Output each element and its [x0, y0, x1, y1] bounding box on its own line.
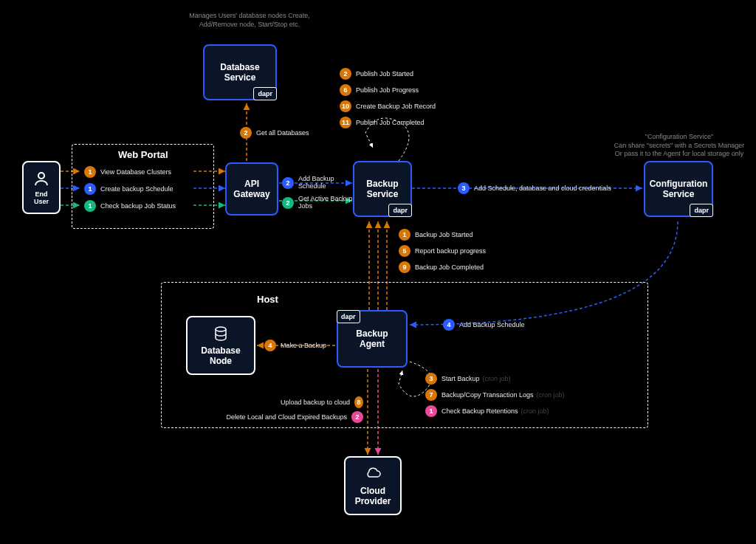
api-gateway-node: API Gateway [225, 162, 278, 216]
cloud-provider-node: Cloud Provider [344, 456, 402, 515]
portal-create-action: 1Create backup Schedule [84, 183, 173, 195]
agent-internal-steps: 3Start Backup(cron job) 7Backup/Copy Tra… [425, 373, 565, 417]
database-node: Database Node [186, 316, 255, 375]
user-icon [32, 170, 50, 187]
add-schedule-label: 2Add Backup Schedule [282, 176, 334, 190]
database-service-node: Database Service dapr [203, 44, 277, 100]
config-service-node: Configuration Service dapr [644, 161, 713, 217]
end-user-node: End User [22, 161, 61, 214]
backup-service-node: Backup Service dapr [353, 161, 412, 217]
make-backup-label: 4Make a Backup [264, 340, 326, 351]
host-label: Host [257, 294, 278, 305]
backup-service-internal-steps: 2Publish Job Started 6Publish Job Progre… [340, 68, 436, 128]
delete-expired-label: Delete Local and Cloud Expired Backups2 [223, 411, 363, 423]
backup-agent-node: Backup Agent dapr [337, 310, 408, 368]
db-service-annotation: Manages Users' database nodes Create, Ad… [183, 12, 316, 29]
svc-to-config-label: 3Add Schedule, database and cloud creden… [458, 182, 611, 194]
get-dbs-label: 2Get all Databases [240, 127, 309, 139]
upload-cloud-label: Upload backup to cloud8 [281, 396, 363, 408]
portal-check-action: 1Check backup Job Status [84, 200, 176, 212]
get-jobs-label: 2Get Active Backup Jobs [282, 196, 353, 210]
add-schedule-agent-label: 4Add Backup Schedule [443, 319, 525, 331]
portal-view-action: 1View Database Clusters [84, 166, 171, 178]
agent-to-service-steps: 1Backup Job Started 5Report backup progr… [399, 229, 486, 273]
database-icon [212, 325, 230, 342]
dapr-badge: dapr [253, 87, 277, 100]
config-service-annotation: "Configuration Service" Can share "secre… [605, 133, 753, 159]
dapr-badge: dapr [337, 310, 360, 323]
dapr-badge: dapr [388, 204, 412, 217]
web-portal-label: Web Portal [118, 149, 168, 160]
svg-point-16 [38, 173, 44, 179]
cloud-icon [364, 465, 382, 483]
dapr-badge: dapr [690, 204, 713, 217]
svg-point-17 [216, 327, 226, 331]
